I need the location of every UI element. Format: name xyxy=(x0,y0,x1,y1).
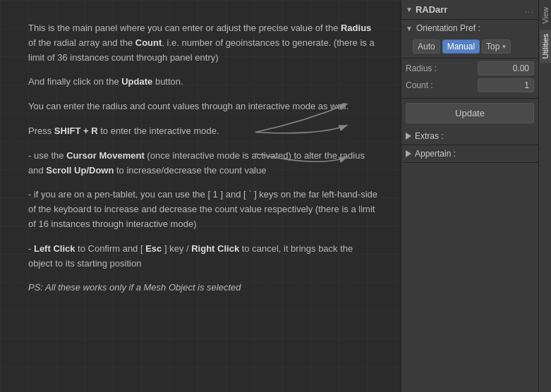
help-paragraph-6: - if you are on a pen-tablet, you can us… xyxy=(28,188,380,231)
help-paragraph-3: You can enter the radius and count value… xyxy=(28,99,380,114)
help-p7-prefix: - xyxy=(28,243,34,254)
panel-title: RADarr xyxy=(416,4,448,15)
manual-button[interactable]: Manual xyxy=(442,39,480,54)
help-p2-prefix: And finally click on the xyxy=(28,76,121,87)
help-p7-esc: Esc xyxy=(145,243,162,254)
radius-label: Radius : xyxy=(406,63,444,73)
view-tab[interactable]: View xyxy=(540,3,551,28)
update-button[interactable]: Update xyxy=(406,103,534,123)
auto-button[interactable]: Auto xyxy=(413,39,440,54)
orientation-collapse-icon: ▼ xyxy=(406,25,413,32)
help-p7-mid2: ] key / xyxy=(162,243,191,254)
panel-collapse-icon[interactable]: ▼ xyxy=(406,6,413,13)
extras-section[interactable]: Extras : xyxy=(401,128,538,145)
extras-label: Extras : xyxy=(415,131,444,141)
help-p8-ps: PS: All these works only if a Mesh Objec… xyxy=(28,282,241,293)
help-p1-text: This is the main panel where you can ent… xyxy=(28,23,341,33)
top-button[interactable]: Top ▼ xyxy=(482,39,511,54)
help-paragraph-7: - Left Click to Confirm and [ Esc ] key … xyxy=(28,242,380,271)
radius-input[interactable] xyxy=(478,61,534,75)
utilities-tab[interactable]: Utilities xyxy=(540,30,551,63)
help-p1-mid: of the radial array and the xyxy=(28,37,135,48)
panel-header: ▼ RADarr ... xyxy=(401,0,538,20)
help-p7-mid1: to Confirm and [ xyxy=(75,243,145,254)
help-p5-end: to increase/decrease the count value xyxy=(114,165,266,176)
appertain-expand-icon xyxy=(406,150,411,157)
count-label: Count : xyxy=(406,80,444,90)
help-p5-scroll: Scroll Up/Down xyxy=(46,165,114,176)
help-p7-rightclick: Right Click xyxy=(191,243,239,254)
top-dropdown-arrow: ▼ xyxy=(501,44,507,50)
top-button-label: Top xyxy=(486,42,499,51)
orientation-pref-header[interactable]: ▼ Orientation Pref : xyxy=(401,20,538,37)
main-help-area: This is the main panel where you can ent… xyxy=(0,0,401,392)
help-p7-leftclick: Left Click xyxy=(34,243,75,254)
fields-section: Radius : Count : xyxy=(401,59,538,99)
panel-header-left: ▼ RADarr xyxy=(406,4,447,15)
panel-options-icon[interactable]: ... xyxy=(525,5,534,15)
right-panel: ▼ RADarr ... ▼ Orientation Pref : Auto M… xyxy=(401,0,538,392)
appertain-label: Appertain : xyxy=(415,149,456,159)
help-p5-prefix: - use the xyxy=(28,150,66,161)
help-p4-end: to enter the interactive mode. xyxy=(98,125,219,136)
help-paragraph-8: PS: All these works only if a Mesh Objec… xyxy=(28,281,380,295)
help-p4-prefix: Press xyxy=(28,125,54,136)
help-paragraph-1: This is the main panel where you can ent… xyxy=(28,21,380,65)
count-input[interactable] xyxy=(478,78,534,92)
count-row: Count : xyxy=(406,78,534,92)
appertain-section[interactable]: Appertain : xyxy=(401,145,538,163)
help-p1-radius: Radius xyxy=(341,23,371,33)
help-p4-shift-r: SHIFT + R xyxy=(54,125,98,136)
help-paragraph-2: And finally click on the Update button. xyxy=(28,75,380,90)
help-p6-text: - if you are on a pen-tablet, you can us… xyxy=(28,189,377,229)
help-p2-end: button. xyxy=(152,76,183,87)
orientation-pref-label: Orientation Pref : xyxy=(416,23,480,33)
help-text-container: This is the main panel where you can ent… xyxy=(0,0,401,319)
help-p2-update: Update xyxy=(121,76,152,87)
vertical-tabs: View Utilities xyxy=(538,0,551,392)
extras-expand-icon xyxy=(406,133,411,140)
help-p1-count: Count xyxy=(135,37,162,48)
orientation-pref-section: ▼ Orientation Pref : Auto Manual Top ▼ xyxy=(401,20,538,59)
help-paragraph-4: Press SHIFT + R to enter the interactive… xyxy=(28,124,380,139)
radius-row: Radius : xyxy=(406,61,534,75)
orientation-buttons-row: Auto Manual Top ▼ xyxy=(401,37,538,58)
help-p3-text: You can enter the radius and count value… xyxy=(28,101,349,111)
help-p5-cursor: Cursor Movement xyxy=(66,150,145,161)
help-paragraph-5: - use the Cursor Movement (once interact… xyxy=(28,149,380,178)
